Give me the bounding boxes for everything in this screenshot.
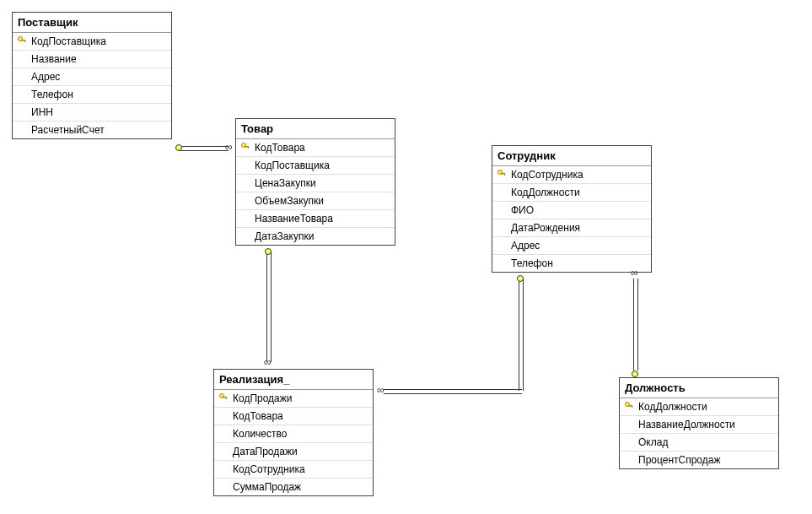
field: КодПоставщика <box>236 157 395 175</box>
field-name: ФИО <box>511 204 534 216</box>
endpoint-one-icon <box>265 248 272 255</box>
field-name: ДатаЗакупки <box>255 230 314 242</box>
entity-header: Сотрудник <box>492 146 651 166</box>
relation-line <box>384 389 522 394</box>
field-name: СуммаПродаж <box>233 481 301 493</box>
entity-header: Реализация_ <box>214 370 373 390</box>
key-icon <box>497 169 507 179</box>
field-pk: КодПоставщика <box>13 33 171 51</box>
svg-rect-11 <box>226 397 227 399</box>
field-name: НазваниеДолжности <box>638 419 735 430</box>
relation-line <box>266 252 272 362</box>
field-name: КодПоставщика <box>31 35 106 47</box>
field: НазваниеТовара <box>236 210 395 228</box>
field-name: ДатаРождения <box>511 222 580 234</box>
field-name: КодПродажи <box>233 392 293 404</box>
field-name: КодТовара <box>255 142 305 154</box>
field-name: ОбъемЗакупки <box>255 195 324 207</box>
field: КодТовара <box>214 408 373 425</box>
key-icon <box>240 142 250 152</box>
field-name: ПроцентСпродаж <box>638 454 720 466</box>
field: Телефон <box>492 255 651 272</box>
field-name: КодСотрудника <box>511 169 583 181</box>
endpoint-one-icon <box>632 371 638 377</box>
svg-rect-8 <box>504 173 505 176</box>
endpoint-many-icon: ∞ <box>631 269 638 276</box>
field-name: Телефон <box>31 89 73 100</box>
field: ФИО <box>492 202 651 219</box>
field-name: КодТовара <box>233 410 283 422</box>
entity-header: Должность <box>620 378 778 398</box>
entity-product[interactable]: Товар КодТовара КодПоставщика ЦенаЗакупк… <box>235 118 395 246</box>
entity-sale[interactable]: Реализация_ КодПродажи КодТовара Количес… <box>213 369 374 496</box>
field-name: ДатаПродажи <box>233 446 298 457</box>
field-name: РасчетныйСчет <box>31 124 105 136</box>
field-pk: КодПродажи <box>214 390 373 408</box>
field: Адрес <box>492 237 651 255</box>
field-name: Оклад <box>638 436 668 448</box>
field: Телефон <box>13 86 171 104</box>
field-name: ЦенаЗакупки <box>255 177 316 189</box>
field: Оклад <box>620 434 778 452</box>
field-name: Телефон <box>511 257 553 269</box>
field: Адрес <box>13 68 171 86</box>
field: ИНН <box>13 104 171 122</box>
key-icon <box>218 392 229 403</box>
field-name: КодСотрудника <box>233 463 305 475</box>
field: Название <box>13 51 171 68</box>
svg-rect-5 <box>248 146 249 149</box>
endpoint-one-icon <box>517 275 524 282</box>
field: ДатаРождения <box>492 219 651 237</box>
entity-header: Товар <box>236 119 395 139</box>
svg-rect-2 <box>24 40 25 42</box>
entity-supplier[interactable]: Поставщик КодПоставщика Название Адрес Т… <box>12 12 172 139</box>
entity-position[interactable]: Должность КодДолжности НазваниеДолжности… <box>619 377 779 469</box>
field-name: Адрес <box>31 71 60 83</box>
field-pk: КодСотрудника <box>492 166 651 184</box>
field: НазваниеДолжности <box>620 416 778 434</box>
field-name: КодДолжности <box>638 401 707 413</box>
field-name: Количество <box>233 428 287 440</box>
endpoint-many-icon: ∞ <box>377 387 384 393</box>
field: РасчетныйСчет <box>13 122 171 138</box>
entity-header: Поставщик <box>13 13 171 33</box>
field: Количество <box>214 425 373 443</box>
entity-employee[interactable]: Сотрудник КодСотрудника КодДолжности ФИО… <box>492 145 652 273</box>
field-pk: КодДолжности <box>620 398 778 416</box>
field-pk: КодТовара <box>236 139 395 157</box>
field: ОбъемЗакупки <box>236 192 395 210</box>
field: ДатаПродажи <box>214 443 373 461</box>
relation-line <box>519 279 524 391</box>
relation-line <box>633 279 638 371</box>
endpoint-many-icon: ∞ <box>225 143 233 150</box>
key-icon <box>624 401 634 411</box>
endpoint-one-icon <box>175 144 182 151</box>
field-name: Название <box>31 53 77 65</box>
field-name: ИНН <box>31 106 53 118</box>
field-name: КодДолжности <box>511 187 580 198</box>
field: КодСотрудника <box>214 461 373 479</box>
svg-rect-14 <box>632 405 632 408</box>
field: СуммаПродаж <box>214 479 373 495</box>
key-icon <box>17 35 27 46</box>
field-name: Адрес <box>511 240 540 252</box>
field: КодДолжности <box>492 184 651 202</box>
field: ЦенаЗакупки <box>236 175 395 192</box>
field-name: КодПоставщика <box>255 160 330 171</box>
field: ДатаЗакупки <box>236 228 395 245</box>
field-name: НазваниеТовара <box>255 213 333 225</box>
relation-line <box>179 146 229 151</box>
endpoint-many-icon: ∞ <box>264 359 272 365</box>
field: ПроцентСпродаж <box>620 452 778 468</box>
